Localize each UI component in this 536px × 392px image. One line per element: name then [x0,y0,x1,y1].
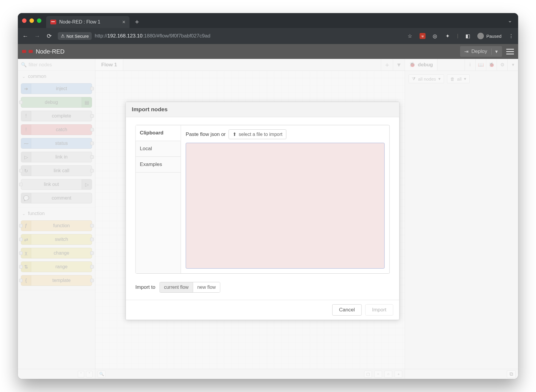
address-bar[interactable]: ⚠ Not Secure http://192.168.123.10:1880/… [58,31,402,41]
ublock-extension-icon[interactable]: u [420,33,426,39]
tab-overflow-icon[interactable]: ⌄ [508,17,512,24]
import-to-label: Import to [135,284,155,290]
deploy-caret-icon[interactable]: ▾ [491,48,498,55]
back-button[interactable]: ← [22,33,29,40]
main-menu-button[interactable] [506,47,514,56]
browser-toolbar: ← → ⟳ ⚠ Not Secure http://192.168.123.10… [18,28,518,44]
app-title: Node-RED [36,48,65,55]
forward-button[interactable]: → [34,33,40,40]
tab-favicon [50,20,56,24]
deploy-button[interactable]: ⇥ Deploy ▾ [460,46,502,57]
bookmark-star-icon[interactable]: ☆ [407,33,413,39]
import-json-textarea[interactable] [186,143,385,269]
extensions-puzzle-icon[interactable]: ✦ [445,33,451,39]
nodered-logo-icon [22,49,33,54]
extension-icon[interactable]: ◎ [432,33,438,39]
window-controls [22,18,41,23]
app-root: Node-RED ⇥ Deploy ▾ 🔍 filter nodes [18,44,518,379]
import-target-segment: current flow new flow [160,282,220,293]
not-secure-label: Not Secure [66,34,89,39]
maximize-window[interactable] [37,18,41,23]
paste-label: Paste flow json or [186,131,226,137]
avatar-icon [477,33,484,39]
reload-button[interactable]: ⟳ [46,32,52,40]
new-tab-button[interactable]: ＋ [134,17,140,26]
import-source-local[interactable]: Local [136,141,181,157]
browser-titlebar: Node-RED : Flow 1 × ＋ ⌄ [18,13,518,28]
warning-icon: ⚠ [61,33,65,39]
close-window[interactable] [22,18,27,23]
deploy-icon: ⇥ [464,48,468,55]
select-file-button[interactable]: ⬆ select a file to import [229,129,286,139]
security-badge[interactable]: ⚠ Not Secure [58,32,92,40]
profile-button[interactable]: Paused [477,33,501,39]
profile-paused-label: Paused [486,34,501,39]
import-source-clipboard[interactable]: Clipboard [136,125,181,141]
import-dialog: Import nodes Clipboard Local Examples Pa… [126,102,400,320]
import-button[interactable]: Import [365,304,393,316]
dialog-title: Import nodes [126,102,399,117]
tab-close-icon[interactable]: × [122,19,125,25]
side-panel-icon[interactable]: ◧ [465,33,471,39]
url-text: http://192.168.123.10:1880/#flow/9f0f7ba… [95,33,211,39]
browser-tab[interactable]: Node-RED : Flow 1 × [46,16,130,28]
import-target-new[interactable]: new flow [193,282,220,292]
app-header: Node-RED ⇥ Deploy ▾ [18,44,518,59]
tab-title: Node-RED : Flow 1 [59,19,100,25]
upload-icon: ⬆ [233,131,236,137]
browser-menu-icon[interactable]: ⋮ [508,33,514,39]
deploy-label: Deploy [471,48,487,54]
minimize-window[interactable] [29,18,34,23]
cancel-button[interactable]: Cancel [332,304,362,316]
import-source-examples[interactable]: Examples [136,157,181,173]
import-target-current[interactable]: current flow [160,282,193,292]
